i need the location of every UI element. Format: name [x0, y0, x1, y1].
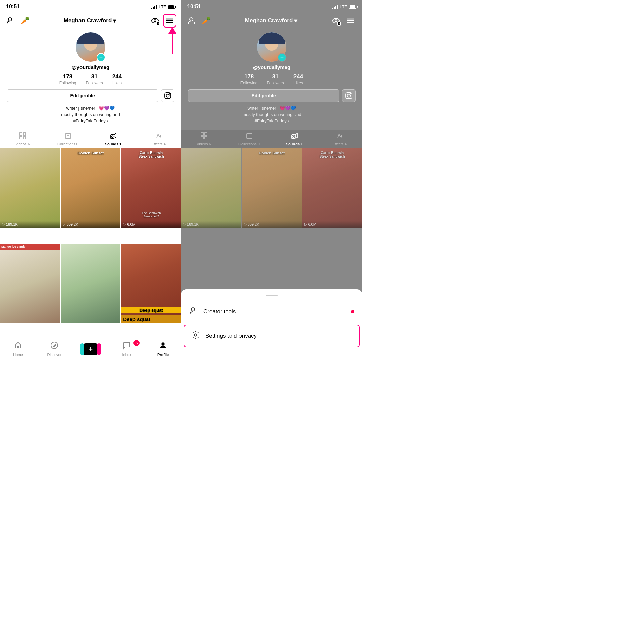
instagram-button-right: [342, 89, 356, 102]
video-thumb-6[interactable]: Deep squat Deep squat: [121, 244, 181, 323]
stat-likes-right: 244 Likes: [293, 73, 303, 85]
add-user-button[interactable]: [5, 15, 17, 27]
tab-effects-label: Effects 4: [151, 142, 166, 146]
left-panel: 10:51 LTE 🥕: [0, 0, 181, 362]
video-overlay-6: Deep squat: [121, 315, 181, 323]
lte-label-right: LTE: [339, 4, 347, 9]
lte-label-left: LTE: [158, 4, 166, 9]
svg-point-10: [169, 94, 170, 94]
instagram-button[interactable]: [161, 89, 174, 102]
svg-rect-34: [201, 137, 203, 139]
video-thumb-r2: Golden Sunset ▷ 609.2K: [242, 148, 302, 228]
stat-followers[interactable]: 31 Followers: [86, 73, 103, 85]
battery-icon-right: [349, 5, 356, 9]
collections-tab-icon: [65, 132, 71, 141]
plus-icon: +: [89, 345, 93, 354]
eye-badge-right: 5: [330, 15, 342, 27]
eye-badge-button[interactable]: 5: [149, 15, 161, 27]
nav-right-icons: 5: [149, 14, 176, 28]
sounds-tab-icon-right: [291, 132, 298, 141]
action-row-right: Edit profile: [188, 89, 356, 102]
add-user-button-right: [186, 15, 198, 27]
create-plus-button[interactable]: +: [82, 343, 99, 355]
edit-profile-button-right: Edit profile: [188, 89, 339, 102]
discover-label: Discover: [47, 353, 62, 357]
time-left: 10:51: [6, 4, 20, 10]
tab-effects[interactable]: Effects 4: [136, 130, 181, 148]
nav-tab-discover[interactable]: Discover: [44, 341, 64, 357]
carrot-icon[interactable]: 🥕: [19, 15, 31, 27]
stats-row-right: 178 Following 31 Followers 244 Likes: [240, 73, 303, 85]
tab-videos[interactable]: Videos 6: [0, 130, 45, 148]
video-red-label-4: Mango ice candy: [0, 244, 60, 250]
svg-point-30: [347, 94, 351, 97]
menu-button-right: [344, 14, 358, 28]
video-thumb-1[interactable]: ▷ 189.1K: [0, 148, 60, 228]
video-thumb-4[interactable]: Mango ice candy: [0, 244, 60, 323]
sheet-handle: [266, 295, 278, 296]
svg-point-20: [162, 343, 164, 345]
nav-tab-home[interactable]: Home: [8, 341, 28, 357]
tab-sounds[interactable]: Sounds 1: [91, 130, 136, 148]
home-icon: [14, 341, 22, 352]
avatar-plus-button[interactable]: +: [97, 53, 105, 62]
menu-button-left[interactable]: [163, 14, 176, 28]
time-right: 10:51: [187, 4, 201, 10]
effects-tab-icon: [155, 132, 162, 141]
tab-collections[interactable]: Collections 0: [45, 130, 91, 148]
video-views-2: ▷ 609.2K: [61, 221, 121, 228]
bottom-sheet: Creator tools Settings and privacy: [181, 289, 362, 362]
svg-rect-12: [23, 133, 26, 135]
discover-icon: [50, 341, 58, 352]
video-thumb-5[interactable]: [61, 244, 121, 323]
stat-likes[interactable]: 244 Likes: [112, 73, 122, 85]
video-thumb-r3: Garlic BoursinSteak Sandwich ▷ 6.0M: [302, 148, 362, 228]
nav-title-left[interactable]: Meghan Crawford ▾: [34, 17, 146, 24]
avatar-plus-right: +: [278, 53, 286, 62]
svg-point-39: [191, 308, 195, 311]
tab-effects-right: Effects 4: [317, 130, 362, 148]
svg-rect-33: [205, 133, 207, 135]
tab-collections-label: Collections 0: [57, 142, 78, 146]
video-thumb-3[interactable]: Garlic BoursinSteak Sandwich The Sandwic…: [121, 148, 181, 228]
nav-tab-create[interactable]: +: [80, 343, 101, 355]
sheet-item-creator-tools[interactable]: Creator tools: [181, 300, 362, 323]
profile-nav-icon: [159, 341, 167, 352]
tab-videos-right: Videos 6: [181, 130, 226, 148]
creator-tools-dot: [351, 310, 354, 313]
sounds-tab-icon: [110, 132, 117, 141]
nav-tab-profile[interactable]: Profile: [153, 341, 173, 357]
arrow-shaft: [172, 34, 173, 54]
tab-videos-label: Videos 6: [15, 142, 30, 146]
status-icons-left: LTE: [151, 4, 175, 9]
status-icons-right: LTE: [332, 4, 356, 9]
svg-rect-15: [65, 134, 71, 138]
nav-right-icons-right: 5: [330, 14, 358, 28]
video-views-1: ▷ 189.1K: [0, 221, 60, 228]
svg-point-42: [195, 334, 197, 336]
svg-point-9: [166, 94, 169, 97]
top-nav-left: 🥕 Meghan Crawford ▾ 5: [0, 12, 181, 30]
video-thumb-2[interactable]: Golden Sunset ▷ 609.2K: [61, 148, 121, 228]
arrow-head-icon: [168, 27, 176, 34]
sheet-item-settings[interactable]: Settings and privacy: [184, 325, 360, 347]
stat-following[interactable]: 178 Following: [59, 73, 76, 85]
svg-rect-13: [20, 137, 22, 139]
inbox-icon: [123, 341, 131, 352]
nav-tab-inbox[interactable]: 5 Inbox: [117, 341, 137, 357]
settings-label: Settings and privacy: [205, 333, 352, 339]
avatar-wrapper-left: +: [76, 32, 105, 62]
status-bar-left: 10:51 LTE: [0, 0, 181, 12]
signal-icon-left: [151, 5, 157, 9]
action-row-left: Edit profile: [7, 89, 174, 102]
username-right: @yourdailymeg: [253, 64, 290, 70]
inbox-badge-count: 5: [133, 340, 140, 346]
settings-icon: [191, 331, 200, 341]
edit-profile-button[interactable]: Edit profile: [7, 89, 158, 102]
tab-sounds-right: Sounds 1: [272, 130, 317, 148]
eye-count: 5: [156, 21, 160, 26]
profile-section-left: + @yourdailymeg 178 Following 31 Followe…: [0, 30, 181, 130]
video-subtitle-3: The SandwichSeries vol 7: [121, 211, 181, 218]
inbox-label: Inbox: [122, 353, 131, 357]
carrot-icon-right: 🥕: [200, 15, 212, 27]
